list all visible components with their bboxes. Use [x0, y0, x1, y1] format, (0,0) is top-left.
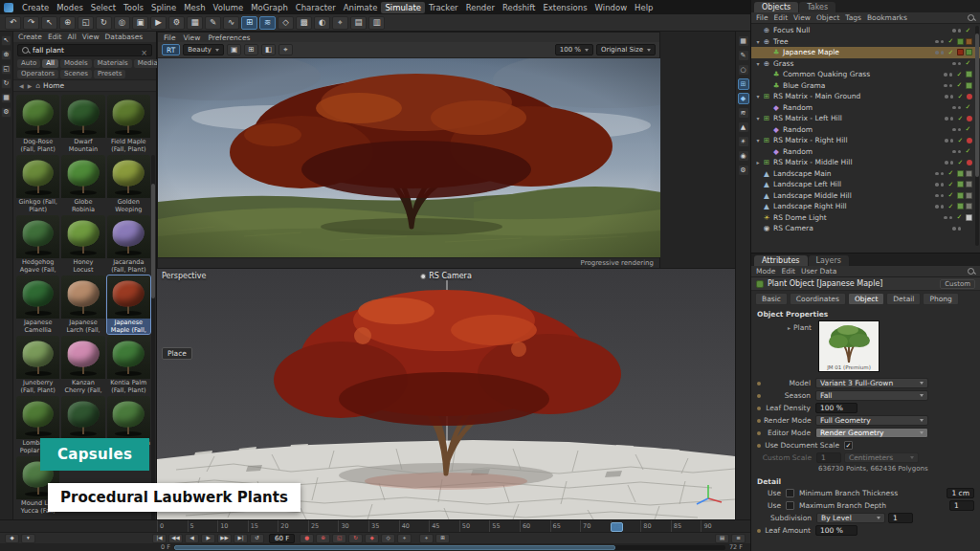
timeline-ruler[interactable]: 051015202530354045505560657075808590 — [0, 519, 750, 532]
object-name[interactable]: Random — [781, 125, 952, 134]
material-tag[interactable] — [957, 170, 964, 177]
material-tag-2[interactable] — [966, 203, 972, 209]
object-row[interactable]: ⊕ Focus Null — [751, 25, 980, 36]
enable-check-icon[interactable] — [947, 49, 955, 56]
menu-item[interactable]: Animate — [340, 2, 382, 13]
object-name[interactable]: RS Camera — [771, 224, 952, 232]
side-settings-icon[interactable]: ⚙ — [738, 165, 749, 176]
keyframe-dot[interactable] — [757, 407, 761, 410]
volume-icon[interactable]: ▩ — [296, 16, 312, 30]
asset-plant-cell[interactable]: Dog-Rose (Fall, Plant) — [16, 95, 59, 153]
custom-scale-field[interactable]: 1 — [816, 452, 841, 463]
object-name[interactable]: RS Matrix - Left Hill — [771, 114, 945, 122]
object-row[interactable]: ▾ ⊕ Tree — [751, 36, 980, 48]
attribute-menu-item[interactable]: Edit — [781, 267, 795, 276]
leaf-density-field[interactable]: 100 % — [815, 403, 858, 413]
visibility-dots[interactable] — [952, 227, 961, 231]
enable-check-icon[interactable] — [964, 27, 972, 34]
visibility-dots[interactable] — [935, 40, 944, 44]
material-tag[interactable] — [966, 214, 972, 221]
snap-toggle-icon[interactable]: ⌖ — [419, 534, 434, 543]
key-scale-button[interactable]: ◱ — [332, 534, 346, 543]
menu-item[interactable]: Simulate — [381, 2, 425, 13]
object-row[interactable]: ▲ Landscape Main — [751, 168, 980, 180]
enable-check-icon[interactable] — [964, 125, 972, 133]
object-name[interactable]: RS Matrix - Right Hill — [771, 136, 945, 144]
enable-check-icon[interactable] — [947, 191, 955, 199]
snap-icon[interactable]: ⌖ — [332, 16, 348, 30]
material-tag-2[interactable] — [966, 49, 972, 55]
side-null-icon[interactable]: ○ — [738, 64, 749, 76]
play-button[interactable]: ▶ — [201, 534, 215, 543]
attribute-menu-item[interactable]: User Data — [801, 267, 836, 276]
redshift-tag-icon[interactable] — [967, 138, 972, 143]
menu-item[interactable]: MoGraph — [247, 2, 292, 13]
material-tag-2[interactable] — [966, 170, 972, 177]
object-name[interactable]: Random — [781, 103, 952, 112]
move-tool-icon[interactable]: ⊕ — [59, 16, 76, 30]
render-preview-image[interactable] — [158, 58, 659, 257]
object-name[interactable]: Japanese Maple — [781, 48, 935, 56]
strip-scale-icon[interactable]: ◱ — [1, 64, 11, 75]
visibility-dots[interactable] — [945, 117, 953, 121]
key-parameter-button[interactable]: ◆ — [365, 534, 379, 543]
asset-menu-item[interactable]: All — [67, 33, 76, 41]
visibility-dots[interactable] — [952, 128, 961, 132]
attribute-tab-button[interactable]: Object — [848, 293, 884, 305]
filter-tab[interactable]: Materials — [94, 59, 132, 68]
autokey-button[interactable]: ⌖ — [397, 534, 412, 543]
plant-label[interactable]: Plant — [757, 320, 816, 332]
size-mode-dropdown[interactable]: Original Size — [596, 44, 656, 55]
visibility-dots[interactable] — [952, 62, 961, 66]
object-row[interactable]: ♣ Common Quaking Grass — [751, 69, 980, 80]
object-name[interactable]: Blue Grama — [781, 81, 944, 90]
enable-check-icon[interactable] — [964, 103, 972, 111]
visibility-dots[interactable] — [952, 150, 961, 154]
asset-plant-cell[interactable]: Dwarf Mountain Pine (Fall, Plant) — [61, 95, 104, 153]
spline-icon[interactable]: ∿ — [223, 16, 239, 30]
strip-settings-icon[interactable]: ⚙ — [1, 107, 11, 118]
menu-item[interactable]: Extensions — [539, 2, 590, 13]
visibility-dots[interactable] — [935, 172, 944, 176]
expand-arrow[interactable]: ▾ — [754, 115, 762, 121]
layout-vertical-icon[interactable]: ▥ — [368, 16, 385, 30]
keyframe-dot[interactable] — [757, 444, 761, 448]
object-name[interactable]: RS Matrix - Middle Hill — [771, 158, 945, 166]
visibility-dots[interactable] — [945, 95, 953, 99]
app-logo-icon[interactable] — [4, 3, 13, 12]
enable-check-icon[interactable] — [955, 213, 964, 221]
viewport-label[interactable]: Perspective — [162, 272, 206, 280]
menu-item[interactable]: Redshift — [499, 2, 540, 13]
expand-arrow[interactable]: ▾ — [754, 38, 762, 45]
object-row[interactable]: ◆ Random — [751, 124, 980, 136]
enable-check-icon[interactable] — [956, 115, 965, 122]
asset-plant-cell[interactable]: Juneberry (Fall, Plant) — [16, 336, 59, 394]
object-row[interactable]: ▾ ⊞ RS Matrix - Main Ground — [751, 91, 980, 102]
asset-plant-cell[interactable]: Ginkgo (Fall, Plant) — [16, 155, 59, 213]
object-row[interactable]: ▲ Landscape Middle Hill — [751, 190, 980, 202]
menu-item[interactable]: Spline — [147, 2, 180, 13]
use-document-scale-checkbox[interactable] — [844, 441, 853, 450]
enable-check-icon[interactable] — [947, 37, 955, 45]
section-object-properties[interactable]: Object Properties — [751, 307, 980, 320]
expand-arrow[interactable]: ▾ — [754, 60, 762, 67]
redo-icon[interactable]: ↷ — [23, 16, 39, 30]
side-camera-icon[interactable]: ◉ — [738, 150, 749, 162]
last-tool-icon[interactable]: ◎ — [114, 16, 130, 30]
render-region-icon[interactable]: ⊞ — [244, 44, 258, 55]
clear-search-icon[interactable] — [141, 41, 147, 59]
side-sim-icon[interactable]: ≋ — [738, 107, 749, 119]
render-menu-item[interactable]: Preferences — [208, 33, 250, 42]
strip-model-icon[interactable]: ▦ — [1, 93, 11, 103]
object-row[interactable]: ▾ ⊕ Grass — [751, 58, 980, 70]
object-row[interactable]: ◆ Random — [751, 146, 980, 158]
material-tag[interactable] — [957, 49, 964, 55]
object-name[interactable]: Random — [781, 147, 952, 156]
enable-check-icon[interactable] — [964, 147, 972, 155]
redshift-tag-icon[interactable] — [967, 160, 972, 165]
attribute-tab-button[interactable]: Phong — [923, 293, 958, 305]
asset-plant-cell[interactable]: Kentia Palm (Fall, Plant) — [107, 336, 150, 394]
attribute-menu-item[interactable]: Mode — [756, 267, 775, 276]
max-branch-field[interactable]: 1 — [949, 500, 974, 511]
loop-button[interactable]: ↺ — [250, 534, 264, 543]
